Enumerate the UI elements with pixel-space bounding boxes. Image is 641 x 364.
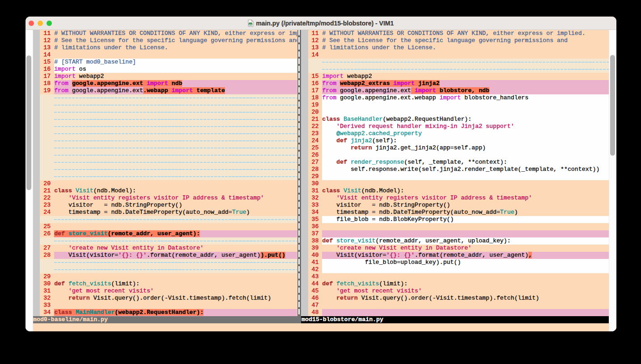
- svg-text:py: py: [249, 22, 252, 25]
